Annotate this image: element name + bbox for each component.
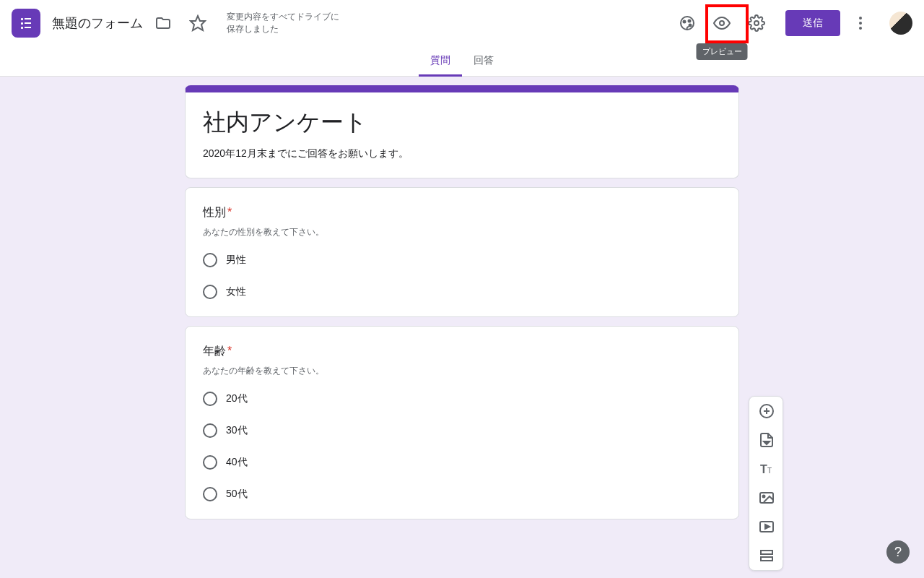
option-row[interactable]: 30代 [203,423,721,438]
tabs: 質問 回答 [0,46,924,77]
svg-rect-3 [25,22,31,24]
option-row[interactable]: 女性 [203,285,721,299]
star-icon[interactable] [183,9,212,38]
svg-rect-4 [21,27,23,29]
preview-tooltip: プレビュー [697,43,748,60]
option-row[interactable]: 50代 [203,487,721,501]
required-mark: * [227,345,232,357]
add-video-icon[interactable] [749,512,784,541]
import-questions-icon[interactable] [749,426,784,454]
svg-text:T: T [760,463,767,475]
add-title-icon[interactable]: TT [749,454,784,483]
add-section-icon[interactable] [749,541,784,570]
question-description[interactable]: あなたの年齢を教えて下さい。 [203,365,721,377]
preview-icon[interactable] [707,9,736,38]
option-label: 50代 [226,488,248,501]
side-toolbar: TT [749,396,783,571]
svg-rect-5 [25,27,31,28]
option-label: 30代 [226,424,248,437]
required-mark: * [227,206,232,218]
help-icon[interactable]: ? [886,540,910,564]
svg-point-13 [859,17,862,20]
option-row[interactable]: 20代 [203,392,721,406]
question-description[interactable]: あなたの性別を教えて下さい。 [203,226,721,238]
question-title[interactable]: 性別 [203,206,226,218]
radio-icon [203,285,217,299]
svg-rect-2 [21,22,23,25]
radio-icon [203,487,217,501]
option-row[interactable]: 男性 [203,253,721,267]
tab-responses[interactable]: 回答 [462,46,505,77]
question-card[interactable]: 年齢* あなたの年齢を教えて下さい。 20代 30代 40代 50代 [185,326,739,519]
avatar[interactable] [889,12,912,35]
svg-rect-25 [761,551,772,554]
option-label: 20代 [226,392,248,405]
more-icon[interactable] [846,9,875,38]
title-card[interactable]: 社内アンケート 2020年12月末までにご回答をお願いします。 [185,85,739,178]
svg-rect-26 [761,557,772,561]
svg-point-10 [689,25,692,27]
add-question-icon[interactable] [749,397,784,426]
tab-questions[interactable]: 質問 [419,46,462,77]
folder-icon[interactable] [149,9,178,38]
option-row[interactable]: 40代 [203,455,721,470]
svg-rect-1 [25,18,31,20]
header: 無題のフォーム 変更内容をすべてドライブに保存しました プレビュー 送信 質問 [0,0,924,77]
option-label: 40代 [226,456,248,469]
option-label: 女性 [226,285,246,298]
radio-icon [203,423,217,438]
question-card[interactable]: 性別* あなたの性別を教えて下さい。 男性 女性 [185,187,739,317]
svg-point-22 [763,496,765,498]
svg-point-12 [754,21,759,25]
theme-icon[interactable] [673,9,702,38]
save-status: 変更内容をすべてドライブに保存しました [227,11,342,35]
radio-icon [203,392,217,406]
settings-icon[interactable] [742,9,771,38]
svg-point-11 [720,21,724,25]
document-title[interactable]: 無題のフォーム [52,14,143,32]
svg-point-14 [859,22,862,25]
svg-text:T: T [767,467,772,475]
svg-point-9 [689,20,691,22]
forms-logo[interactable] [12,9,40,38]
send-button[interactable]: 送信 [785,10,840,36]
form-description[interactable]: 2020年12月末までにご回答をお願いします。 [203,147,721,160]
radio-icon [203,253,217,267]
svg-marker-24 [765,525,770,529]
svg-point-15 [859,27,862,30]
svg-point-8 [684,21,686,23]
add-image-icon[interactable] [749,483,784,512]
radio-icon [203,455,217,470]
option-label: 男性 [226,254,246,267]
form-title[interactable]: 社内アンケート [203,107,721,139]
form-canvas: 社内アンケート 2020年12月末までにご回答をお願いします。 性別* あなたの… [0,77,924,528]
question-title[interactable]: 年齢 [203,345,226,357]
svg-rect-0 [21,18,23,20]
svg-marker-6 [191,16,205,30]
